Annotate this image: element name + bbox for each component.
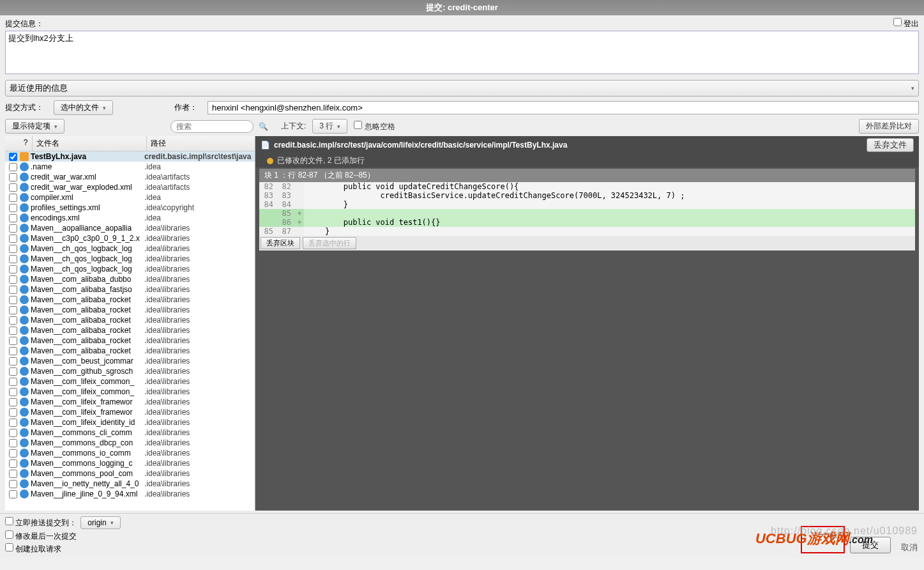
discard-file-button[interactable]: 丢弃文件 — [867, 138, 914, 152]
file-checkbox[interactable] — [9, 357, 17, 366]
sort-column[interactable]: ? — [19, 136, 32, 151]
file-row[interactable]: Maven__com_beust_jcommar.idea\libraries — [5, 356, 255, 366]
file-row[interactable]: Maven__com_lifeix_identity_id.idea\libra… — [5, 417, 255, 427]
file-row[interactable]: Maven__com_lifeix_common_.idea\libraries — [5, 376, 255, 387]
filename-column-header[interactable]: 文件名 — [32, 136, 146, 151]
external-diff-button[interactable]: 外部差异比对 — [859, 119, 919, 134]
file-row[interactable]: credit_war_war_exploded.xml.idea\artifac… — [5, 182, 255, 192]
path-column-header[interactable]: 路径 — [146, 136, 255, 151]
file-checkbox[interactable] — [9, 449, 17, 458]
file-checkbox[interactable] — [9, 286, 17, 294]
file-checkbox[interactable] — [9, 419, 17, 427]
file-name: .name — [31, 162, 144, 171]
file-checkbox[interactable] — [9, 245, 17, 253]
diff-line[interactable]: 8484 } — [259, 200, 915, 209]
file-row[interactable]: Maven__com_alibaba_dubbo.idea\libraries — [5, 274, 255, 284]
file-checkbox[interactable] — [9, 408, 17, 417]
file-checkbox[interactable] — [9, 306, 17, 314]
file-type-icon — [20, 489, 29, 498]
file-checkbox[interactable] — [9, 429, 17, 437]
file-checkbox[interactable] — [9, 296, 17, 304]
file-checkbox[interactable] — [9, 347, 17, 355]
remote-select[interactable]: origin ▾ — [80, 516, 120, 529]
file-checkbox[interactable] — [9, 275, 17, 284]
file-row[interactable]: Maven__com_alibaba_rocket.idea\libraries — [5, 305, 255, 315]
file-row[interactable]: Maven__com_alibaba_rocket.idea\libraries — [5, 315, 255, 325]
file-row[interactable]: TestByLhx.javacredit.basic.impl\src\test… — [5, 151, 255, 162]
file-checkbox[interactable] — [9, 255, 17, 263]
file-row[interactable]: Maven__commons_logging_c.idea\libraries — [5, 458, 255, 468]
file-row[interactable]: Maven__io_netty_netty_all_4_0.idea\libra… — [5, 479, 255, 489]
file-row[interactable]: Maven__commons_dbcp_con.idea\libraries — [5, 438, 255, 448]
ignore-whitespace-check[interactable]: 忽略空格 — [354, 121, 395, 132]
push-now-check[interactable]: 立即推送提交到： — [5, 517, 77, 528]
file-checkbox[interactable] — [9, 398, 17, 406]
file-checkbox[interactable] — [9, 183, 17, 192]
file-checkbox[interactable] — [9, 204, 17, 212]
file-checkbox[interactable] — [9, 224, 17, 233]
file-row[interactable]: encodings.xml.idea — [5, 213, 255, 223]
recent-messages-dropdown[interactable]: 最近使用的信息▾ — [5, 80, 919, 96]
commit-mode-select[interactable]: 选中的文件 ▾ — [54, 100, 113, 115]
file-row[interactable]: Maven__com_lifeix_common_.idea\libraries — [5, 387, 255, 397]
discard-hunk-button[interactable]: 丢弃区块 — [261, 237, 300, 249]
file-row[interactable]: Maven__commons_pool_com.idea\libraries — [5, 468, 255, 479]
file-row[interactable]: profiles_settings.xml.idea\copyright — [5, 203, 255, 213]
file-checkbox[interactable] — [9, 163, 17, 171]
file-row[interactable]: Maven__commons_cli_comm.idea\libraries — [5, 427, 255, 438]
diff-line[interactable]: 8587 } — [259, 227, 915, 236]
file-row[interactable]: Maven__com_github_sgrosch.idea\libraries — [5, 366, 255, 376]
file-checkbox[interactable] — [9, 327, 17, 335]
file-checkbox[interactable] — [9, 337, 17, 345]
file-checkbox[interactable] — [9, 480, 17, 488]
author-input[interactable] — [208, 101, 919, 114]
file-row[interactable]: Maven__com_lifeix_framewor.idea\librarie… — [5, 407, 255, 417]
file-row[interactable]: Maven__com_alibaba_rocket.idea\libraries — [5, 335, 255, 346]
file-checkbox[interactable] — [9, 490, 17, 498]
context-lines-select[interactable]: 3 行 ▾ — [312, 119, 347, 134]
file-checkbox[interactable] — [9, 235, 17, 243]
file-path: .idea — [144, 213, 252, 222]
logout-check[interactable]: 登出 — [893, 18, 919, 29]
file-row[interactable]: Maven__com_alibaba_rocket.idea\libraries — [5, 346, 255, 356]
file-checkbox[interactable] — [9, 214, 17, 222]
file-row[interactable]: Maven__ch_qos_logback_log.idea\libraries — [5, 254, 255, 264]
amend-check[interactable]: 修改最后一次提交 — [5, 530, 77, 542]
file-checkbox[interactable] — [9, 439, 17, 447]
diff-line[interactable]: 8282 public void updateCreditChangeScore… — [259, 182, 915, 191]
file-checkbox[interactable] — [9, 153, 17, 161]
file-checkbox[interactable] — [9, 194, 17, 202]
file-checkbox[interactable] — [9, 367, 17, 376]
file-checkbox[interactable] — [9, 265, 17, 273]
file-row[interactable]: Maven__c3p0_c3p0_0_9_1_2.x.idea\librarie… — [5, 233, 255, 243]
file-row[interactable]: Maven__commons_io_comm.idea\libraries — [5, 448, 255, 458]
cancel-button[interactable]: 取消 — [901, 542, 918, 553]
file-checkbox[interactable] — [9, 316, 17, 325]
diff-line[interactable]: 8383 creditBasicService.updateCreditChan… — [259, 191, 915, 200]
file-row[interactable]: .name.idea — [5, 162, 255, 172]
file-checkbox[interactable] — [9, 459, 17, 468]
file-row[interactable]: Maven__com_lifeix_framewor.idea\librarie… — [5, 397, 255, 407]
show-pending-dropdown[interactable]: 显示待定项 ▾ — [5, 119, 64, 134]
file-checkbox[interactable] — [9, 378, 17, 386]
file-checkbox[interactable] — [9, 388, 17, 396]
commit-message-input[interactable]: 提交到lhx2分支上 — [5, 31, 919, 74]
file-row[interactable]: credit_war_war.xml.idea\artifacts — [5, 172, 255, 182]
file-row[interactable]: Maven__ch_qos_logback_log.idea\libraries — [5, 264, 255, 274]
file-row[interactable]: Maven__jline_jline_0_9_94.xml.idea\libra… — [5, 489, 255, 499]
diff-line[interactable]: 86+ public void test1(){} — [259, 218, 915, 227]
file-row[interactable]: Maven__com_alibaba_rocket.idea\libraries — [5, 325, 255, 335]
file-row[interactable]: Maven__aopalliance_aopallia.idea\librari… — [5, 223, 255, 233]
file-type-icon — [20, 295, 29, 304]
file-checkbox[interactable] — [9, 173, 17, 181]
file-row[interactable]: Maven__com_alibaba_fastjso.idea\librarie… — [5, 284, 255, 295]
file-checkbox[interactable] — [9, 470, 17, 478]
create-pr-check[interactable]: 创建拉取请求 — [5, 543, 61, 555]
file-list-panel: ? 文件名 路径 TestByLhx.javacredit.basic.impl… — [5, 136, 255, 511]
file-row[interactable]: compiler.xml.idea — [5, 192, 255, 203]
file-row[interactable]: Maven__ch_qos_logback_log.idea\libraries — [5, 243, 255, 254]
file-row[interactable]: Maven__com_alibaba_rocket.idea\libraries — [5, 295, 255, 305]
search-input[interactable] — [170, 120, 254, 133]
diff-line[interactable]: 85+ — [259, 209, 915, 218]
commit-button[interactable]: 提交 — [850, 537, 891, 553]
